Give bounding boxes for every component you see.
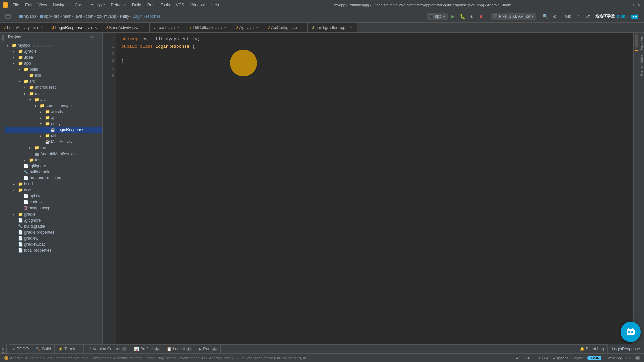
tree-myapppxcp[interactable]: 🖼 myapp.pxcp xyxy=(5,205,102,211)
settings-button[interactable]: ⚙ xyxy=(551,12,559,20)
menu-run[interactable]: Run xyxy=(145,2,157,8)
bc-src[interactable]: src xyxy=(54,14,59,19)
menu-edit[interactable]: Edit xyxy=(22,2,35,8)
menu-vcs[interactable]: VCS xyxy=(173,2,187,8)
bc-myapp[interactable]: myapp xyxy=(19,14,36,19)
tree-idea[interactable]: ▸ 📁 .idea xyxy=(5,54,102,60)
tree-comttitmyapp[interactable]: ▾ 📁 com.ttit.myapp xyxy=(5,103,102,109)
project-hide-icon[interactable]: — xyxy=(95,34,100,39)
bc-main[interactable]: main xyxy=(63,14,71,19)
indent-info[interactable]: 4 spaces xyxy=(553,356,568,360)
bc-app[interactable]: app xyxy=(39,14,51,19)
tree-myapp[interactable]: ▾ 📁 myapp E:\ttit\myapp xyxy=(5,42,102,48)
tree-gradlew[interactable]: 📄 gradlew xyxy=(5,235,102,241)
menu-analyze[interactable]: Analyze xyxy=(88,2,108,8)
tree-app[interactable]: ▾ 📁 app xyxy=(5,60,102,66)
menu-code[interactable]: Code xyxy=(72,2,87,8)
menu-file[interactable]: File xyxy=(10,2,22,8)
tree-libs[interactable]: 📁 libs xyxy=(5,72,102,78)
menu-view[interactable]: View xyxy=(36,2,50,8)
vtab-favorites[interactable]: Favorites xyxy=(639,34,644,52)
tab-buildgradle[interactable]: G build.gradle(:app) ✕ xyxy=(308,23,357,32)
tab-close-loginresponse[interactable]: ✕ xyxy=(93,25,98,30)
bc-java[interactable]: java xyxy=(75,14,82,19)
menu-window[interactable]: Window xyxy=(187,2,207,8)
stop-button[interactable]: ■ xyxy=(477,12,485,20)
tree-build1[interactable]: ▾ 📁 build xyxy=(5,66,102,72)
bottom-tab-todo[interactable]: ✓ TODO xyxy=(9,345,32,353)
menu-navigate[interactable]: Navigate xyxy=(50,2,71,8)
tab-api[interactable]: J Api.java ✕ xyxy=(232,23,264,32)
project-gear-icon[interactable]: ⚙ xyxy=(90,34,94,39)
tab-baseactivity[interactable]: J BaseActivity.java ✕ xyxy=(102,23,150,32)
bottom-tab-vc[interactable]: ⎇ Version Control 2 xyxy=(84,345,131,353)
bc-ttit[interactable]: ttit xyxy=(97,14,101,19)
bottom-tab-profiler[interactable]: 📊 Profiler 6 xyxy=(130,345,163,353)
run-config-selector[interactable]: app ▾ xyxy=(427,13,448,20)
tree-gradlewbat[interactable]: 📄 gradlew.bat xyxy=(5,241,102,247)
menu-build[interactable]: Build xyxy=(129,2,144,8)
search-everywhere-button[interactable]: 🔍 xyxy=(542,12,550,20)
tree-maindir[interactable]: ▾ 📁 main xyxy=(5,90,102,97)
tab-close-api[interactable]: ✕ xyxy=(255,25,260,30)
tree-apitxt[interactable]: 📄 api.txt xyxy=(5,193,102,199)
scroll-indicator[interactable] xyxy=(635,34,638,48)
tree-mainactivity[interactable]: ☕ MainActivity xyxy=(5,139,102,145)
tree-test[interactable]: ▸ 📁 test xyxy=(5,157,102,163)
cursor-position[interactable]: 4:5 xyxy=(516,356,521,360)
menu-tools[interactable]: Tools xyxy=(158,2,173,8)
event-log-link[interactable]: Event Log xyxy=(605,356,622,360)
git-branch-icon[interactable]: ⎇ xyxy=(583,12,591,20)
tree-entity[interactable]: ▾ 📁 entity xyxy=(5,121,102,127)
device-selector[interactable]: Pixel 3 XL API 29 ▾ xyxy=(491,13,536,20)
time-badge[interactable]: 03:36 xyxy=(587,356,601,360)
tree-buildgradle1[interactable]: 🔧 build.gradle xyxy=(5,169,102,175)
tree-androidtest[interactable]: ▸ 📁 androidTest xyxy=(5,84,102,90)
tab-close-baseactivity[interactable]: ✕ xyxy=(141,25,145,30)
tree-proguard[interactable]: 📄 proguard-rules.pro xyxy=(5,175,102,181)
tree-loginresponse[interactable]: ☕ LoginResponse xyxy=(5,127,102,133)
project-tree[interactable]: ▾ 📁 myapp E:\ttit\myapp ▸ 📁 .gradle ▸ 📁 … xyxy=(5,41,102,344)
tree-res[interactable]: ▸ 📁 res xyxy=(5,145,102,151)
activity-project[interactable]: Project xyxy=(0,33,5,46)
tab-ttitcallback[interactable]: J TtitCallback.java ✕ xyxy=(185,23,232,32)
bottom-tab-logcat[interactable]: 📋 Logcat 6 xyxy=(163,345,196,353)
tree-src[interactable]: ▾ 📁 src xyxy=(5,78,102,84)
minimize-button[interactable]: — xyxy=(624,2,629,8)
tab-close-toast[interactable]: ✕ xyxy=(176,25,181,30)
layout-label[interactable]: Layout xyxy=(572,356,583,360)
tab-close-loginactivity[interactable]: ✕ xyxy=(39,25,44,30)
bottom-tab-eventlog[interactable]: 🔔 Event Log xyxy=(576,345,608,353)
build-variants-vtab[interactable]: Build Variants xyxy=(0,343,9,355)
tab-loginresponse[interactable]: J LoginResponse.java ✕ xyxy=(48,23,102,32)
bilibili-widget[interactable] xyxy=(621,322,641,342)
debug-button[interactable]: 🐛 xyxy=(459,12,467,20)
menu-help[interactable]: Help xyxy=(208,2,222,8)
tree-androidmanifest[interactable]: 🤖 AndroidManifest.xml xyxy=(5,151,102,157)
bc-com[interactable]: com xyxy=(86,14,93,19)
bc-entity[interactable]: entity xyxy=(119,14,129,19)
bottom-tab-terminal[interactable]: ⚡ Terminal xyxy=(55,345,83,353)
editor-area[interactable]: 1 2 3 4 5 6 package com.ttit.myapp.entit… xyxy=(103,33,639,344)
tab-toast[interactable]: J Toast.java ✕ xyxy=(150,23,185,32)
tree-gradle[interactable]: ▸ 📁 .gradle xyxy=(5,48,102,54)
tab-close-ttitcallback[interactable]: ✕ xyxy=(223,25,228,30)
tree-activity[interactable]: ▸ 📁 activity xyxy=(5,109,102,115)
tree-build2[interactable]: ▸ 📁 build xyxy=(5,181,102,187)
vtab-file-templates[interactable]: File Templates xyxy=(639,53,644,78)
menu-refactor[interactable]: Refactor xyxy=(108,2,129,8)
code-editor[interactable]: package com.ttit.myapp.entity; public cl… xyxy=(116,33,633,344)
bc-myapp2[interactable]: myapp xyxy=(104,14,116,19)
tab-close-buildgradle[interactable]: ✕ xyxy=(348,25,353,30)
bottom-tab-build[interactable]: 🔨 Build xyxy=(32,345,55,353)
tree-localprops[interactable]: 📄 local.properties xyxy=(5,247,102,253)
tree-gradledir[interactable]: ▸ 📁 gradle xyxy=(5,211,102,217)
bottom-tab-run[interactable]: ▶ Run 4 xyxy=(195,345,221,353)
git-check-icon[interactable]: ✓ xyxy=(574,12,582,20)
tree-java[interactable]: ▾ 📁 java xyxy=(5,97,102,103)
tree-codetxt[interactable]: 📄 code.txt xyxy=(5,199,102,205)
tree-api[interactable]: ▸ 📁 api xyxy=(5,115,102,121)
tree-doc[interactable]: ▾ 📁 doc xyxy=(5,187,102,193)
toolbar-project[interactable] xyxy=(3,13,13,20)
coverage-button[interactable]: ⬖ xyxy=(468,12,476,20)
